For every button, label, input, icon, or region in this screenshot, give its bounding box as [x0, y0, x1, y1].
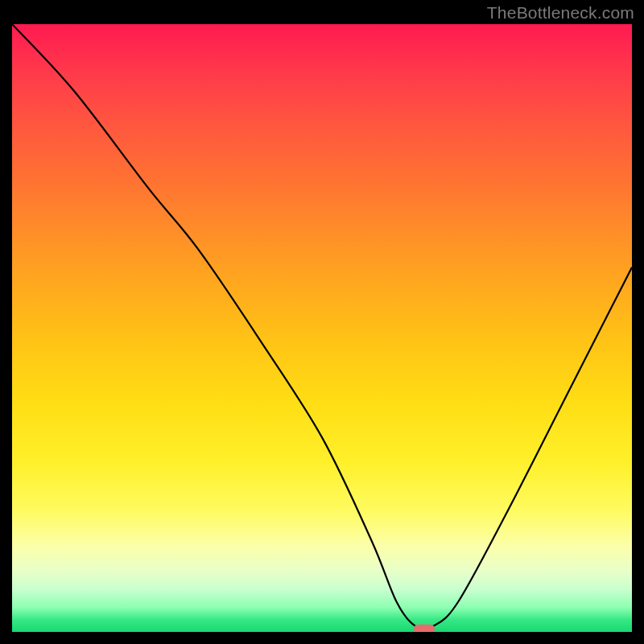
chart-frame: TheBottleneck.com	[0, 0, 644, 644]
watermark-text: TheBottleneck.com	[487, 3, 634, 23]
chart-svg	[12, 24, 632, 632]
bottleneck-curve	[12, 24, 632, 629]
optimal-marker	[414, 625, 435, 632]
plot-area	[12, 24, 632, 632]
